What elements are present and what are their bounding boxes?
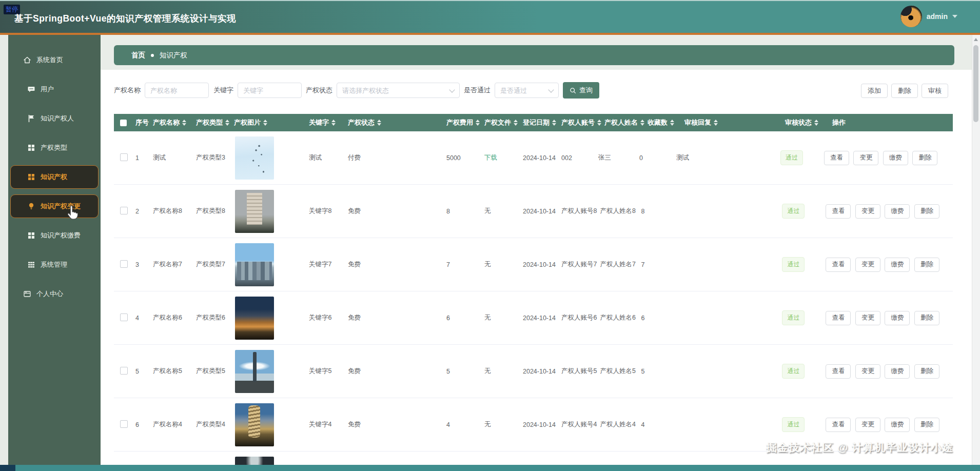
pay-button[interactable]: 缴费 xyxy=(883,151,908,165)
pass-select-input[interactable] xyxy=(495,83,559,98)
breadcrumb-current: 知识产权 xyxy=(160,51,187,60)
row-checkbox[interactable] xyxy=(120,207,128,214)
view-button[interactable]: 查看 xyxy=(826,258,851,272)
row-checkbox[interactable] xyxy=(120,313,128,321)
sort-icon[interactable] xyxy=(514,120,518,126)
cell-owner: 产权人姓名7 xyxy=(597,260,638,269)
view-button[interactable]: 查看 xyxy=(826,418,851,432)
file-cell-value[interactable]: 无 xyxy=(484,314,491,321)
pay-button[interactable]: 缴费 xyxy=(885,258,910,272)
sidebar-item-ip-owner[interactable]: 知识产权人 xyxy=(10,107,99,130)
change-button[interactable]: 变更 xyxy=(855,258,880,272)
change-button[interactable]: 变更 xyxy=(855,418,880,432)
file-cell-value[interactable]: 无 xyxy=(484,367,491,375)
row-checkbox[interactable] xyxy=(120,153,128,161)
file-cell-value[interactable]: 下载 xyxy=(484,154,497,161)
sidebar-item-system[interactable]: 系统管理 xyxy=(10,253,99,277)
breadcrumb: 首页 知识产权 xyxy=(114,45,954,65)
breadcrumb-separator xyxy=(151,54,154,57)
search-button[interactable]: 查询 xyxy=(563,82,599,99)
sidebar-item-profile[interactable]: 个人中心 xyxy=(10,282,99,306)
breadcrumb-home[interactable]: 首页 xyxy=(131,51,145,60)
property-image[interactable] xyxy=(235,350,274,393)
view-button[interactable]: 查看 xyxy=(826,311,851,325)
vertical-scrollbar[interactable] xyxy=(972,35,980,465)
add-button[interactable]: 添加 xyxy=(861,84,888,98)
status-select[interactable] xyxy=(337,83,460,98)
view-button[interactable]: 查看 xyxy=(826,364,851,379)
watermark-text: 掘金技术社区 @ 计算机毕业设计小途 xyxy=(766,440,953,455)
scrollbar-thumb[interactable] xyxy=(973,45,978,122)
cell-actions: 查看 变更 缴费 删除 xyxy=(822,364,954,379)
select-all-checkbox[interactable] xyxy=(120,120,127,126)
sidebar-item-ip[interactable]: 知识产权 xyxy=(10,165,99,189)
row-delete-button[interactable]: 删除 xyxy=(912,151,937,165)
row-delete-button[interactable]: 删除 xyxy=(914,258,939,272)
name-filter-input[interactable] xyxy=(145,83,209,98)
sidebar-item-ip-payment[interactable]: 知识产权缴费 xyxy=(10,224,99,247)
change-button[interactable]: 变更 xyxy=(853,151,878,165)
name-filter-label: 产权名称 xyxy=(114,86,141,95)
cell-favs: 8 xyxy=(638,208,675,215)
scroll-up-arrow[interactable] xyxy=(974,38,978,41)
view-button[interactable]: 查看 xyxy=(826,204,851,219)
sort-icon[interactable] xyxy=(331,120,336,126)
cell-favs: 5 xyxy=(638,368,675,375)
cell-status: 免费 xyxy=(345,367,443,376)
sidebar-item-home[interactable]: 系统首页 xyxy=(10,48,99,72)
file-cell-value[interactable]: 无 xyxy=(484,421,491,428)
row-checkbox[interactable] xyxy=(120,420,128,428)
keyword-filter-input[interactable] xyxy=(238,83,302,98)
property-image[interactable] xyxy=(235,403,274,446)
sort-icon[interactable] xyxy=(670,120,674,126)
pass-select[interactable] xyxy=(495,83,559,98)
sort-icon[interactable] xyxy=(377,120,381,126)
property-image[interactable] xyxy=(235,457,274,465)
pay-button[interactable]: 缴费 xyxy=(885,311,910,325)
delete-button[interactable]: 删除 xyxy=(891,84,918,98)
cell-name: 产权名称8 xyxy=(150,207,193,215)
cell-favs: 0 xyxy=(636,154,673,162)
file-cell-value[interactable]: 无 xyxy=(484,261,491,268)
sort-icon[interactable] xyxy=(597,120,601,126)
property-image[interactable] xyxy=(235,190,274,233)
row-delete-button[interactable]: 删除 xyxy=(914,418,939,432)
sort-icon[interactable] xyxy=(814,120,818,126)
sort-icon[interactable] xyxy=(476,120,480,126)
sidebar-item-users[interactable]: 用户 xyxy=(10,77,99,101)
row-delete-button[interactable]: 删除 xyxy=(914,311,939,325)
sidebar-item-label: 知识产权 xyxy=(41,172,67,182)
pay-button[interactable]: 缴费 xyxy=(885,364,910,379)
filter-bar: 产权名称 关键字 产权状态 是否通过 查询 xyxy=(114,82,599,99)
sort-icon[interactable] xyxy=(714,120,718,126)
row-delete-button[interactable]: 删除 xyxy=(914,364,939,379)
file-cell-value[interactable]: 无 xyxy=(484,207,491,214)
pay-button[interactable]: 缴费 xyxy=(885,204,910,219)
row-delete-button[interactable]: 删除 xyxy=(914,204,939,219)
sort-icon[interactable] xyxy=(263,120,267,126)
sidebar-item-label: 系统首页 xyxy=(36,55,63,65)
pay-button[interactable]: 缴费 xyxy=(885,418,910,432)
sort-icon[interactable] xyxy=(225,120,229,126)
avatar[interactable] xyxy=(900,6,922,27)
property-image[interactable] xyxy=(235,243,274,286)
cell-no: 6 xyxy=(132,421,150,428)
user-menu[interactable]: admin xyxy=(900,6,957,27)
sort-icon[interactable] xyxy=(182,120,186,126)
sort-icon[interactable] xyxy=(640,120,644,126)
row-checkbox[interactable] xyxy=(120,260,128,268)
change-button[interactable]: 变更 xyxy=(855,311,880,325)
col-header-audit: 审核状态 xyxy=(782,118,829,127)
cell-type: 产权类型3 xyxy=(193,153,231,162)
change-button[interactable]: 变更 xyxy=(855,204,880,219)
view-button[interactable]: 查看 xyxy=(824,151,849,165)
change-button[interactable]: 变更 xyxy=(855,364,880,379)
audit-button[interactable]: 审核 xyxy=(922,84,948,98)
row-checkbox[interactable] xyxy=(120,367,128,375)
sidebar-item-ip-type[interactable]: 产权类型 xyxy=(10,136,99,160)
property-image[interactable] xyxy=(235,297,274,340)
status-select-input[interactable] xyxy=(337,83,460,98)
sort-icon[interactable] xyxy=(552,120,556,126)
property-image[interactable] xyxy=(235,136,274,180)
sidebar-item-ip-change[interactable]: 知识产权变更 xyxy=(10,194,99,218)
